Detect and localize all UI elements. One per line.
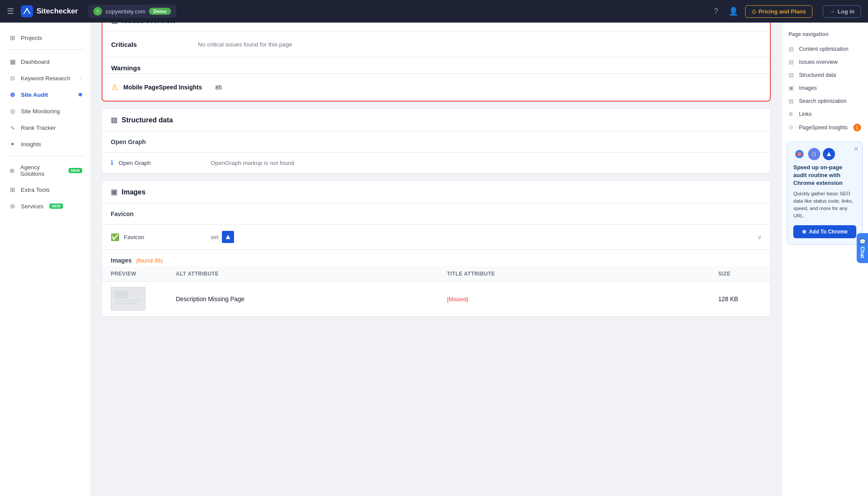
nav-item-label: PageSpeed Insights: [799, 125, 848, 131]
sidebar-item-projects[interactable]: ⊞ Projects: [0, 30, 91, 46]
extra-tools-icon: ⊞: [9, 186, 17, 194]
dashboard-icon: ▦: [9, 58, 17, 66]
projects-icon: ⊞: [9, 34, 17, 42]
keyword-research-icon: ⊙: [9, 74, 17, 82]
chevron-down-icon[interactable]: ∨: [757, 233, 762, 240]
chrome-card-desc: Quickly gather basic SEO data like statu…: [793, 190, 856, 220]
pagespeed-badge: 1: [853, 124, 861, 131]
criticals-label: Criticals: [111, 41, 198, 48]
sidebar-item-agency-solutions[interactable]: ⊛ Agency Solutions NEW: [0, 160, 91, 181]
open-graph-value: OpenGraph markup is not found: [211, 160, 294, 166]
nav-item-links[interactable]: ⊗ Links: [782, 108, 868, 121]
images-title: Images: [122, 188, 145, 196]
sidebar-item-label: Dashboard: [21, 59, 50, 65]
sidebar-item-label: Rank Tracker: [21, 125, 56, 131]
nav-item-images[interactable]: ▣ Images: [782, 82, 868, 95]
new-badge-services: NEW: [50, 204, 63, 209]
sidebar-divider-2: [7, 156, 84, 156]
structured-data-nav-icon: ▤: [789, 72, 795, 79]
logo-icon: [21, 5, 33, 17]
issues-overview-nav-icon: ▤: [789, 59, 795, 66]
login-button[interactable]: → Log in: [823, 5, 861, 18]
sidebar-item-keyword-research[interactable]: ⊙ Keyword Research ›: [0, 70, 91, 86]
extension-icon-1: ⟨⟩: [808, 148, 820, 160]
right-nav: Page navigation ▤ Content optimization ▤…: [781, 23, 868, 332]
images-header: ▣ Images: [102, 181, 770, 204]
sidebar-item-label: Site Audit: [21, 92, 48, 98]
logo-text: Sitechecker: [36, 7, 78, 16]
svg-point-1: [26, 8, 28, 10]
images-icon: ▣: [111, 188, 117, 196]
warning-item-value: 85: [215, 84, 222, 91]
col-title-header: Title attribute: [447, 271, 719, 277]
pricing-button[interactable]: ◇ Pricing and Plans: [745, 5, 812, 18]
sidebar-item-insights[interactable]: ✦ Insights: [0, 136, 91, 152]
sidebar-divider-1: [7, 49, 84, 50]
favicon-thumbnail: [222, 231, 234, 243]
user-icon[interactable]: 👤: [729, 7, 738, 16]
missed-badge: [Missed]: [447, 296, 468, 302]
sidebar-item-label: Services: [21, 203, 43, 210]
nav-item-label: Content optimization: [799, 46, 848, 52]
structured-data-header: ▤ Structured data: [102, 109, 770, 131]
warning-item-label: Mobile PageSpeed Insights: [123, 84, 210, 91]
image-alt: Description Missing Page: [176, 296, 447, 302]
pricing-icon: ◇: [752, 8, 756, 15]
extension-icon-2: [823, 148, 835, 160]
card-close-button[interactable]: ✕: [854, 145, 859, 152]
images-count: (found 35): [136, 257, 163, 264]
nav-item-pagespeed[interactable]: ⊙ PageSpeed Insights 1: [782, 121, 868, 135]
nav-item-label: Issues overview: [799, 59, 838, 65]
favicon-label: Favicon: [124, 234, 211, 240]
nav-item-search-optimization[interactable]: ▤ Search optimization: [782, 95, 868, 108]
images-nav-icon: ▣: [789, 85, 795, 92]
nav-item-content-optimization[interactable]: ▤ Content optimization: [782, 43, 868, 56]
sidebar-item-rank-tracker[interactable]: ∿ Rank Tracker: [0, 119, 91, 136]
main-content: ▤ Issues overview Criticals No critical …: [91, 0, 781, 332]
thumbnail-image: [111, 287, 145, 311]
agency-solutions-icon: ⊛: [9, 167, 16, 174]
sidebar-item-label: Keyword Research: [21, 75, 70, 82]
table-row: Description Missing Page [Missed] 128 KB: [102, 282, 770, 316]
hamburger-icon[interactable]: ☰: [7, 7, 14, 16]
demo-badge: Demo: [149, 8, 171, 15]
sidebar-item-services[interactable]: ⊜ Services NEW: [0, 198, 91, 214]
chrome-icons: ⟨⟩: [793, 148, 856, 160]
nav-item-structured-data[interactable]: ▤ Structured data: [782, 69, 868, 82]
warning-icon: ⚠: [111, 82, 118, 92]
criticals-value: No critical issues found for this page: [198, 41, 292, 48]
pagespeed-nav-icon: ⊙: [789, 124, 795, 131]
chat-widget[interactable]: 💬 Chat: [857, 233, 868, 263]
chrome-card-title: Speed up on-page audit routine with Chro…: [793, 164, 856, 187]
col-preview-header: Preview: [111, 271, 176, 277]
image-size: 128 KB: [718, 296, 762, 302]
images-section: ▣ Images Favicon ✅ Favicon set ∨ Images …: [102, 181, 771, 317]
favicon-value: set: [211, 231, 234, 243]
warnings-section: Warnings: [102, 57, 770, 74]
structured-data-icon: ▤: [111, 116, 117, 124]
sidebar-item-site-monitoring[interactable]: ◎ Site Monitoring: [0, 103, 91, 119]
sidebar-item-label: Insights: [21, 141, 41, 148]
sidebar-item-extra-tools[interactable]: ⊞ Extra Tools: [0, 181, 91, 198]
sidebar-item-dashboard[interactable]: ▦ Dashboard: [0, 53, 91, 70]
col-alt-header: Alt attribute: [176, 271, 447, 277]
sidebar-item-label: Extra Tools: [21, 187, 50, 193]
sidebar-item-label: Projects: [21, 35, 42, 41]
structured-data-title: Structured data: [122, 116, 173, 124]
right-nav-title: Page navigation: [782, 31, 868, 43]
col-size-header: Size: [718, 271, 762, 277]
notification-dot: [79, 93, 82, 96]
sidebar-item-site-audit[interactable]: ⊚ Site Audit: [0, 86, 91, 103]
structured-data-section: ▤ Structured data Open Graph ℹ Open Grap…: [102, 108, 771, 174]
nav-item-issues-overview[interactable]: ▤ Issues overview: [782, 56, 868, 69]
help-icon[interactable]: ?: [714, 7, 718, 16]
svg-rect-4: [115, 300, 142, 301]
site-selector[interactable]: C copywritely.com Demo: [88, 5, 176, 18]
svg-rect-0: [21, 5, 33, 17]
services-icon: ⊜: [9, 202, 17, 210]
add-to-chrome-button[interactable]: ⊕ Add To Chrome: [793, 225, 856, 238]
links-nav-icon: ⊗: [789, 111, 795, 118]
content-opt-icon: ▤: [789, 46, 795, 53]
chat-icon: 💬: [859, 238, 865, 245]
issues-overview-section: ▤ Issues overview Criticals No critical …: [102, 9, 771, 102]
